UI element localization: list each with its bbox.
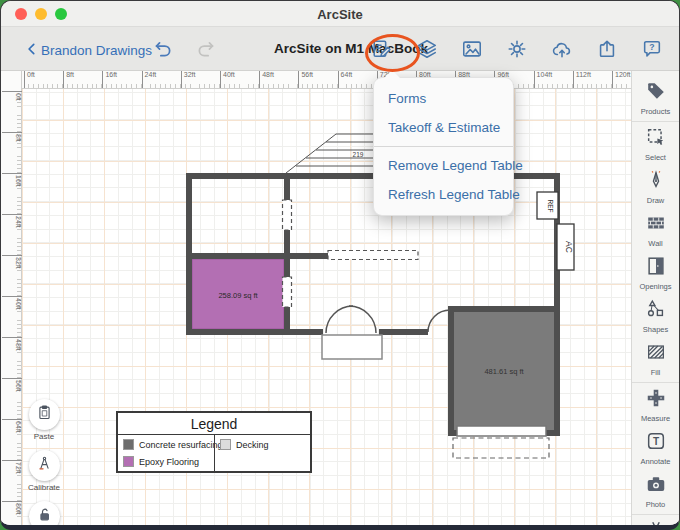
pen-icon <box>645 169 667 195</box>
sidebar-separator <box>632 121 679 122</box>
door-icon <box>645 255 667 281</box>
image-icon[interactable] <box>461 38 483 60</box>
paste-button[interactable]: Paste <box>28 399 60 441</box>
legend-entry-label: Decking <box>236 440 269 450</box>
ruler-tick-label: 80ft <box>2 501 22 530</box>
ruler-tick-label: 48ft <box>259 71 274 88</box>
decking-dimension-label: 219 <box>353 151 364 158</box>
ruler-horizontal: 0ft8ft16ft24ft32ft40ft48ft56ft64ft72ft80… <box>22 71 633 89</box>
epoxy-swatch <box>123 456 134 467</box>
ruler-tick-label: 24ft <box>2 214 22 252</box>
ruler-tick-label: 64ft <box>2 419 22 457</box>
menu-item-remove-legend-table[interactable]: Remove Legend Table <box>374 151 513 180</box>
undo-icon[interactable] <box>153 39 174 64</box>
calibrate-icon <box>36 455 53 476</box>
ruler-tick-label: 16ft <box>102 71 117 88</box>
legend-table[interactable]: Legend Concrete resurfacing Epoxy Floori… <box>116 411 312 473</box>
tool-measure[interactable]: Measure <box>632 384 679 427</box>
ruler-tick-label: 40ft <box>2 296 22 334</box>
chevron-left-icon <box>25 40 39 61</box>
toolbar-icons: ? <box>371 38 663 60</box>
ac-label: AC <box>564 241 574 253</box>
hatch-fill-icon <box>645 341 667 367</box>
camera-icon <box>645 473 667 499</box>
ac-fixture[interactable]: AC <box>557 224 574 270</box>
ruler-tick-label: 40ft <box>220 71 235 88</box>
tool-edit[interactable]: Edit <box>632 516 679 530</box>
select-icon <box>645 126 667 152</box>
tool-draw[interactable]: Draw <box>632 166 679 209</box>
tag-icon <box>645 80 667 106</box>
share-icon[interactable] <box>596 38 618 60</box>
tool-products[interactable]: Products <box>632 77 679 120</box>
back-button-label: Brandon Drawings <box>41 43 152 58</box>
tool-photo[interactable]: Photo <box>632 470 679 513</box>
lock-button[interactable]: Lock <box>28 501 60 530</box>
tool-select[interactable]: Select <box>632 123 679 166</box>
entry-stoop[interactable] <box>322 335 382 359</box>
tool-shapes[interactable]: Shapes <box>632 295 679 338</box>
ruler-tick-label: 32ft <box>181 71 196 88</box>
menu-caret <box>384 70 400 78</box>
tool-wall[interactable]: Wall <box>632 209 679 252</box>
ruler-tick-label: 56ft <box>2 378 22 416</box>
shapes-icon <box>645 298 667 324</box>
ruler-tick-label: 104ft <box>534 71 553 88</box>
legend-entry: Concrete resurfacing <box>123 439 209 450</box>
tool-annotate[interactable]: T Annotate <box>632 427 679 470</box>
ruler-tick-label: 72ft <box>2 460 22 498</box>
form-edit-icon[interactable] <box>371 38 393 60</box>
brick-wall-icon <box>645 212 667 238</box>
ruler-tick-label: 24ft <box>142 71 157 88</box>
menu-separator <box>374 146 513 147</box>
dropdown-menu: Forms Takeoff & Estimate Remove Legend T… <box>373 77 514 216</box>
text-box-icon: T <box>645 430 667 456</box>
scissors-icon <box>645 519 667 530</box>
ruler-tick-label: 8ft <box>63 71 74 88</box>
ruler-vertical: 0ft8ft16ft24ft32ft40ft48ft56ft64ft72ft80… <box>1 71 22 530</box>
cloud-sync-icon[interactable] <box>551 38 573 60</box>
ruler-cross-icon <box>645 387 667 413</box>
app-title: ArcSite <box>1 7 679 22</box>
ruler-tick-label: 48ft <box>2 337 22 375</box>
ref-label: REF <box>547 200 554 213</box>
menu-item-refresh-legend-table[interactable]: Refresh Legend Table <box>374 180 513 209</box>
garage-door[interactable] <box>457 426 546 436</box>
decking-swatch <box>220 439 231 450</box>
tool-fill[interactable]: Fill <box>632 338 679 381</box>
ruler-tick-label: 0ft <box>2 91 22 129</box>
help-icon[interactable]: ? <box>641 38 663 60</box>
garage-door-swing[interactable] <box>453 438 549 458</box>
ruler-tick-label: 56ft <box>298 71 313 88</box>
legend-entry-label: Epoxy Flooring <box>139 457 199 467</box>
settings-gear-icon[interactable] <box>506 38 528 60</box>
ruler-tick-label: 16ft <box>2 173 22 211</box>
redo-icon[interactable] <box>195 39 216 64</box>
ruler-tick-label: 120ft <box>612 71 631 88</box>
calibrate-button[interactable]: Calibrate <box>28 450 60 492</box>
paste-icon <box>36 404 53 425</box>
legend-title: Legend <box>118 413 310 435</box>
single-door[interactable] <box>428 310 450 332</box>
epoxy-room-area-label: 258.09 sq ft <box>218 291 258 300</box>
menu-item-takeoff-estimate[interactable]: Takeoff & Estimate <box>374 113 513 142</box>
menu-item-forms[interactable]: Forms <box>374 84 513 113</box>
app-window: ArcSite Brandon Drawings ArcSite on M1 M… <box>0 0 680 530</box>
back-button[interactable]: Brandon Drawings <box>25 40 152 61</box>
svg-text:?: ? <box>649 42 654 52</box>
layers-icon[interactable] <box>416 38 438 60</box>
calibrate-label: Calibrate <box>28 483 60 492</box>
double-door[interactable] <box>326 306 376 333</box>
paste-label: Paste <box>34 432 54 441</box>
legend-entry: Decking <box>220 439 305 450</box>
toolbar: Brandon Drawings ArcSite on M1 MacBook <box>1 27 679 71</box>
concrete-swatch <box>123 439 134 450</box>
tool-openings[interactable]: Openings <box>632 252 679 295</box>
svg-text:T: T <box>652 436 659 447</box>
sidebar-separator <box>632 382 679 383</box>
titlebar: ArcSite <box>1 1 679 27</box>
ref-fixture[interactable]: REF <box>537 192 558 219</box>
ruler-tick-label: 64ft <box>338 71 353 88</box>
floor-plan[interactable]: 219 <box>22 89 633 530</box>
drawing-canvas[interactable]: 219 <box>22 89 633 530</box>
